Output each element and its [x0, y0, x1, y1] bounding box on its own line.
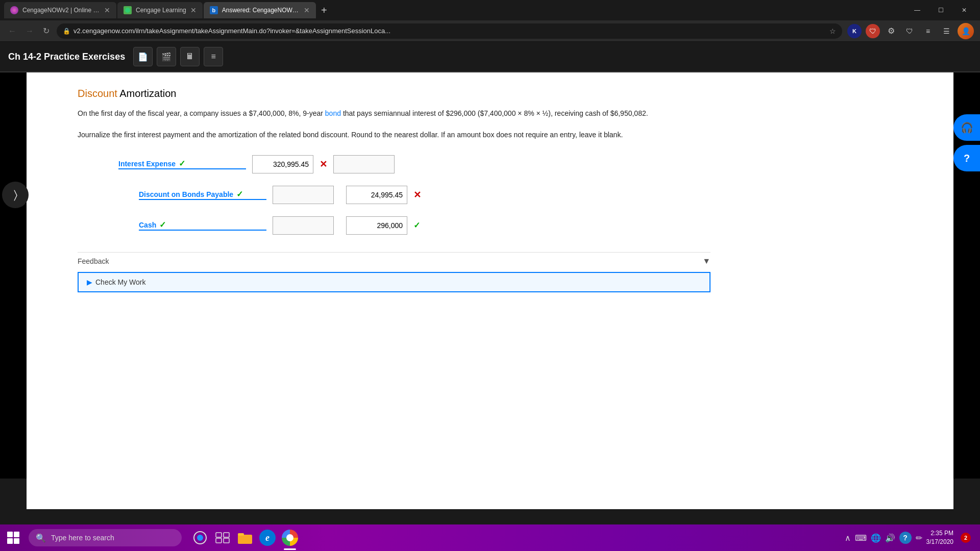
discount-bonds-debit-input[interactable] — [273, 186, 334, 204]
svg-point-2 — [197, 535, 203, 541]
browser-window: CengageNOWv2 | Online teachin ✕ Cengage … — [0, 0, 980, 551]
cash-debit-input[interactable] — [273, 216, 334, 235]
chevron-up-icon[interactable]: ∧ — [845, 533, 851, 543]
problem-text-1: On the first day of the fiscal year, a c… — [78, 109, 323, 117]
tab-title-2: Cengage Learning — [136, 7, 186, 14]
discount-bonds-check: ✓ — [236, 189, 243, 199]
extension-icon-3[interactable]: ⚙ — [884, 24, 898, 38]
address-bar: ← → ↻ 🔒 v2.cengagenow.com/ilrn/takeAssig… — [0, 20, 980, 42]
svg-point-0 — [125, 8, 130, 13]
extension-icon-5[interactable]: ≡ — [921, 24, 935, 38]
instruction-text: Journalize the first interest payment an… — [78, 129, 902, 140]
taskbar-app-file-explorer[interactable] — [235, 528, 255, 548]
search-icon: 🔍 — [36, 533, 46, 543]
taskbar-app-task-view[interactable] — [212, 528, 233, 548]
taskbar-app-chrome[interactable] — [280, 528, 300, 548]
feedback-label: Feedback — [78, 257, 109, 265]
check-my-work-button[interactable]: ▶ Check My Work — [78, 272, 710, 292]
windows-logo-icon — [7, 532, 19, 544]
notes-icon-btn[interactable]: 📄 — [133, 47, 153, 66]
tab-favicon-2 — [124, 6, 132, 14]
discount-bonds-credit-error: ✕ — [413, 189, 421, 201]
taskbar-search-placeholder: Type here to search — [51, 534, 114, 542]
lock-icon: 🔒 — [63, 28, 70, 35]
video-icon-btn[interactable]: 🎬 — [157, 47, 176, 66]
tab-title-3: Answered: CengageNOWv2| Onli — [222, 7, 300, 14]
cash-credit-input[interactable] — [346, 216, 407, 235]
content-area: 〉 Ch 14-2 Practice Exercises 📄 🎬 🖩 ≡ 🎧 ? — [0, 42, 980, 479]
bond-link[interactable]: bond — [325, 109, 341, 117]
svg-rect-6 — [224, 538, 229, 543]
extension-icon-2[interactable]: 🛡 — [866, 24, 880, 38]
chrome-icon — [282, 530, 298, 546]
keyboard-icon[interactable]: ⌨ — [855, 533, 867, 543]
svg-rect-3 — [216, 533, 222, 537]
menu-icon-btn[interactable]: ≡ — [204, 47, 223, 66]
time-display[interactable]: 2:35 PM 3/17/2020 — [926, 529, 953, 546]
taskbar-app-ie[interactable]: e — [257, 528, 278, 548]
file-explorer-icon — [238, 532, 252, 544]
extension-icon-6[interactable]: ☰ — [939, 24, 953, 38]
network-icon[interactable]: 🌐 — [871, 533, 881, 543]
cortana-icon — [193, 531, 207, 545]
maximize-button[interactable]: ☐ — [929, 0, 952, 20]
help-system-icon[interactable]: ? — [899, 532, 912, 544]
refresh-button[interactable]: ↻ — [41, 24, 52, 38]
minimize-button[interactable]: — — [905, 0, 929, 20]
je-row-discount-bonds: Discount on Bonds Payable ✓ ✕ — [118, 184, 902, 206]
clock-date: 3/17/2020 — [926, 538, 953, 546]
tab-bar: CengageNOWv2 | Online teachin ✕ Cengage … — [0, 0, 980, 20]
new-tab-button[interactable]: + — [317, 3, 331, 17]
interest-expense-debit-input[interactable] — [252, 155, 313, 173]
content-panel: Discount Amortization On the first day o… — [27, 72, 953, 509]
clock-time: 2:35 PM — [926, 529, 953, 538]
close-button[interactable]: ✕ — [952, 0, 976, 20]
bookmark-icon[interactable]: ☆ — [829, 27, 836, 35]
speaker-icon[interactable]: 🔊 — [885, 533, 895, 543]
cash-label[interactable]: Cash ✓ — [139, 220, 266, 231]
tab-favicon-1 — [10, 6, 18, 14]
taskbar-app-cortana[interactable] — [190, 528, 210, 548]
app-title: Ch 14-2 Practice Exercises — [8, 52, 125, 62]
section-title: Discount Amortization — [78, 88, 902, 99]
feedback-section: Feedback ▼ — [78, 252, 710, 270]
task-view-icon — [215, 532, 230, 543]
check-work-label: Check My Work — [95, 278, 146, 286]
ie-icon: e — [259, 530, 276, 546]
interest-expense-label[interactable]: Interest Expense ✓ — [118, 159, 246, 169]
back-button[interactable]: ← — [6, 24, 18, 38]
notification-button[interactable]: 2 — [958, 530, 974, 546]
tab-close-2[interactable]: ✕ — [190, 6, 197, 14]
check-work-arrow-icon: ▶ — [87, 278, 92, 286]
cash-check: ✓ — [159, 220, 166, 230]
interest-expense-credit-input[interactable] — [333, 155, 395, 173]
extension-icon-4[interactable]: 🛡 — [902, 24, 917, 38]
help-button[interactable]: ? — [953, 145, 980, 171]
taskbar-search-bar[interactable]: 🔍 Type here to search — [29, 529, 182, 546]
headset-button[interactable]: 🎧 — [953, 114, 980, 141]
tab-close-3[interactable]: ✕ — [304, 6, 310, 14]
title-highlight: Discount — [78, 88, 117, 99]
tab-title-1: CengageNOWv2 | Online teachin — [22, 7, 100, 14]
pen-icon[interactable]: ✏ — [916, 533, 922, 543]
extension-icon-1[interactable]: K — [847, 24, 862, 38]
calculator-icon-btn[interactable]: 🖩 — [180, 47, 200, 66]
problem-text: On the first day of the fiscal year, a c… — [78, 108, 902, 119]
tab-cengage-now[interactable]: CengageNOWv2 | Online teachin ✕ — [4, 2, 116, 18]
start-button[interactable] — [0, 524, 27, 551]
user-avatar[interactable]: 👤 — [958, 23, 974, 39]
tab-answered[interactable]: b Answered: CengageNOWv2| Onli ✕ — [204, 2, 316, 18]
tab-cengage-learning[interactable]: Cengage Learning ✕ — [117, 2, 203, 18]
forward-button[interactable]: → — [23, 24, 36, 38]
svg-rect-7 — [238, 535, 252, 544]
interest-expense-check: ✓ — [179, 159, 185, 168]
feedback-toggle-icon[interactable]: ▼ — [702, 257, 710, 266]
discount-bonds-credit-input[interactable] — [346, 186, 407, 204]
tab-close-1[interactable]: ✕ — [104, 6, 110, 14]
discount-bonds-label[interactable]: Discount on Bonds Payable ✓ — [139, 189, 266, 200]
left-arrow-icon: 〉 — [14, 188, 17, 202]
url-bar[interactable]: 🔒 v2.cengagenow.com/ilrn/takeAssignment/… — [57, 23, 842, 39]
window-controls: — ☐ ✕ — [905, 0, 976, 20]
left-nav-arrow[interactable]: 〉 — [2, 182, 29, 208]
je-row-interest-expense: Interest Expense ✓ ✕ — [118, 153, 902, 176]
